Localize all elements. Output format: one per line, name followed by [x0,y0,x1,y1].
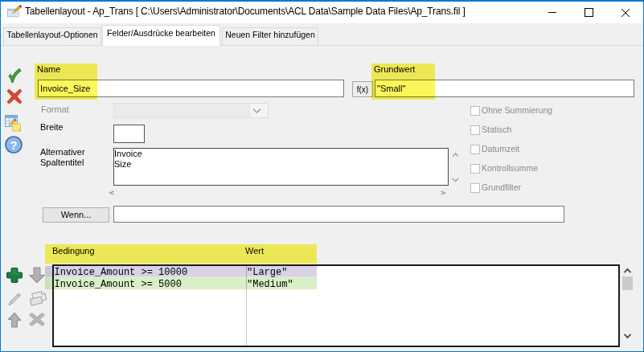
svg-text:?: ? [10,138,17,152]
